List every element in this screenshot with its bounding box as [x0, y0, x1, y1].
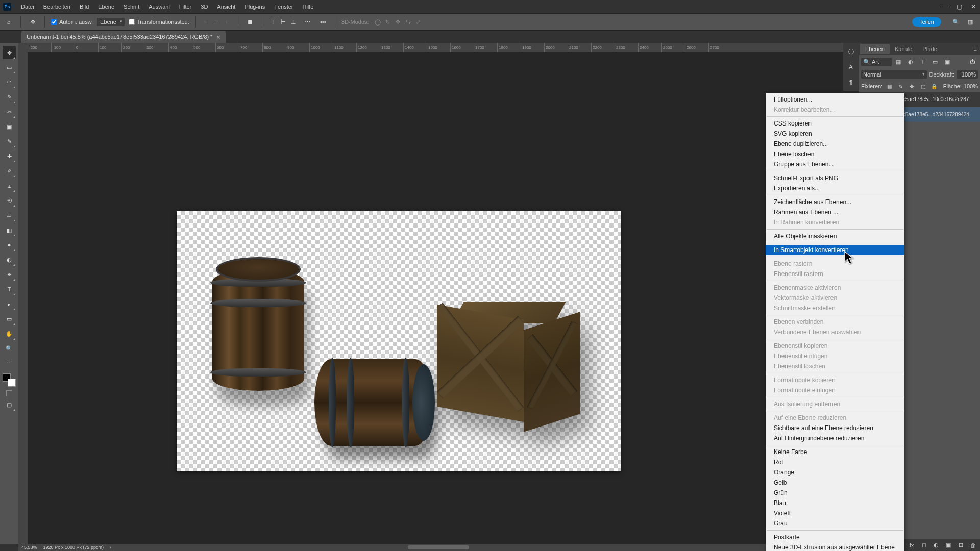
info-panel-icon[interactable]: ⓘ — [846, 47, 855, 56]
context-menu-item[interactable]: Ebene duplizieren... — [766, 139, 904, 149]
align-middle-icon[interactable]: ⊢ — [279, 17, 288, 27]
pen-tool[interactable]: ✒ — [3, 268, 16, 281]
layer-fx-icon[interactable]: fx — [908, 541, 916, 549]
color-swatches[interactable] — [3, 373, 16, 387]
align-left-icon[interactable]: ≡ — [202, 17, 211, 27]
overflow-icon[interactable]: ••• — [317, 16, 329, 28]
more-align-icon[interactable]: ⋯ — [302, 16, 313, 28]
menu-plug-ins[interactable]: Plug-ins — [240, 4, 270, 10]
context-menu-item[interactable]: Rot — [766, 457, 904, 467]
align-bottom-icon[interactable]: ⊥ — [289, 17, 298, 27]
context-menu-item[interactable]: Schnell-Export als PNG — [766, 173, 904, 183]
stamp-tool[interactable]: ⟁ — [3, 179, 16, 192]
horizontal-scrollbar[interactable] — [408, 545, 469, 549]
context-menu-item[interactable]: Orange — [766, 467, 904, 478]
shape-tool[interactable]: ▭ — [3, 312, 16, 325]
hand-tool[interactable]: ✋ — [3, 327, 16, 340]
context-menu-item[interactable]: Fülloptionen... — [766, 94, 904, 105]
lock-all-icon[interactable]: 🔒 — [929, 82, 939, 90]
lock-pixels-icon[interactable]: ✎ — [896, 82, 905, 90]
align-center-h-icon[interactable]: ≡ — [212, 17, 222, 27]
context-menu-item[interactable]: Auf Hintergrundebene reduzieren — [766, 433, 904, 443]
dodge-tool[interactable]: ◐ — [3, 253, 16, 266]
workspace-switcher-icon[interactable]: ▥ — [966, 17, 975, 27]
tab-channels[interactable]: Kanäle — [890, 44, 917, 54]
context-menu-item[interactable]: Ebene löschen — [766, 149, 904, 159]
screen-mode-icon[interactable]: ▢ — [3, 398, 16, 411]
menu-datei[interactable]: Datei — [16, 4, 39, 10]
lock-artboard-icon[interactable]: ▢ — [918, 82, 927, 90]
crop-tool[interactable]: ✂ — [3, 105, 16, 118]
close-icon[interactable]: ✕ — [970, 3, 977, 10]
lasso-tool[interactable]: ◠ — [3, 76, 16, 89]
brush-tool[interactable]: ✐ — [3, 164, 16, 178]
context-menu-item[interactable]: CSS kopieren — [766, 118, 904, 129]
background-color[interactable] — [8, 379, 16, 387]
move-tool-icon[interactable]: ✥ — [27, 16, 38, 28]
menu-fenster[interactable]: Fenster — [270, 4, 298, 10]
delete-layer-icon[interactable]: 🗑 — [969, 541, 977, 549]
context-menu-item[interactable]: Rahmen aus Ebenen ... — [766, 207, 904, 217]
lock-position-icon[interactable]: ✥ — [907, 82, 916, 90]
context-menu-item[interactable]: Grün — [766, 488, 904, 498]
align-top-icon[interactable]: ⊤ — [268, 17, 278, 27]
align-right-icon[interactable]: ≡ — [223, 17, 232, 27]
home-icon[interactable]: ⌂ — [3, 16, 14, 28]
adjustment-layer-icon[interactable]: ◐ — [932, 541, 940, 549]
menu-bild[interactable]: Bild — [75, 4, 93, 10]
filter-shape-icon[interactable]: ▭ — [929, 57, 941, 67]
context-menu-item[interactable]: Neue 3D-Extrusion aus ausgewählter Ebene — [766, 542, 904, 551]
character-panel-icon[interactable]: A — [846, 62, 855, 71]
context-menu-item[interactable]: In Smartobjekt konvertieren — [766, 245, 904, 255]
menu-3d[interactable]: 3D — [196, 4, 212, 10]
context-menu-item[interactable]: SVG kopieren — [766, 129, 904, 139]
menu-filter[interactable]: Filter — [175, 4, 196, 10]
auto-select-checkbox[interactable]: Autom. ausw. — [51, 19, 93, 25]
blend-mode-select[interactable]: Normal — [861, 70, 927, 79]
eyedropper-tool[interactable]: ✎ — [3, 135, 16, 148]
document-tab[interactable]: Unbenannt-1 bei 45,5% (a44abc5ae178e5f53… — [21, 31, 226, 43]
zoom-tool[interactable]: 🔍 — [3, 342, 16, 355]
minimize-icon[interactable]: — — [941, 3, 948, 10]
document-info[interactable]: 1920 Px x 1080 Px (72 ppcm) — [43, 545, 104, 550]
paragraph-panel-icon[interactable]: ¶ — [846, 78, 855, 87]
menu-schrift[interactable]: Schrift — [119, 4, 144, 10]
quickmask-toggle[interactable] — [6, 390, 12, 396]
filter-type-icon[interactable]: T — [917, 57, 928, 67]
blur-tool[interactable]: ● — [3, 238, 16, 252]
context-menu-item[interactable]: Gruppe aus Ebenen... — [766, 159, 904, 169]
new-layer-icon[interactable]: ⊞ — [957, 541, 965, 549]
share-button[interactable]: Teilen — [912, 17, 941, 27]
ruler-origin[interactable] — [18, 43, 28, 52]
move-tool[interactable]: ✥ — [3, 46, 16, 59]
history-brush-tool[interactable]: ⟲ — [3, 194, 16, 207]
context-menu-item[interactable]: Exportieren als... — [766, 183, 904, 193]
auto-select-target-select[interactable]: Ebene — [97, 18, 125, 26]
panel-menu-icon[interactable]: ≡ — [974, 46, 977, 52]
lock-transparent-icon[interactable]: ▦ — [885, 82, 894, 90]
eraser-tool[interactable]: ▱ — [3, 209, 16, 222]
quick-select-tool[interactable]: ✎ — [3, 90, 16, 104]
group-icon[interactable]: ▣ — [944, 541, 952, 549]
document-canvas[interactable] — [177, 211, 621, 471]
canvas-area[interactable]: -200-10001002003004005006007008009001000… — [18, 43, 859, 544]
fill-value[interactable]: 100% — [964, 83, 978, 89]
menu-ansicht[interactable]: Ansicht — [212, 4, 240, 10]
context-menu-item[interactable]: Keine Farbe — [766, 447, 904, 457]
filter-adjust-icon[interactable]: ◐ — [905, 57, 916, 67]
healing-tool[interactable]: ✚ — [3, 149, 16, 163]
marquee-tool[interactable]: ▭ — [3, 61, 16, 74]
maximize-icon[interactable]: ▢ — [955, 3, 963, 10]
context-menu-item[interactable]: Blau — [766, 498, 904, 508]
menu-auswahl[interactable]: Auswahl — [144, 4, 175, 10]
menu-bearbeiten[interactable]: Bearbeiten — [39, 4, 75, 10]
zoom-level[interactable]: 45,53% — [21, 545, 37, 550]
app-icon[interactable]: Ps — [3, 3, 11, 11]
context-menu-item[interactable]: Zeichenfläche aus Ebenen... — [766, 197, 904, 207]
context-menu-item[interactable]: Violett — [766, 508, 904, 518]
context-menu-item[interactable]: Gelb — [766, 478, 904, 488]
edit-toolbar-icon[interactable]: ⋯ — [3, 357, 16, 370]
path-select-tool[interactable]: ▸ — [3, 297, 16, 311]
info-chevron-icon[interactable]: › — [110, 545, 111, 550]
menu-hilfe[interactable]: Hilfe — [298, 4, 318, 10]
